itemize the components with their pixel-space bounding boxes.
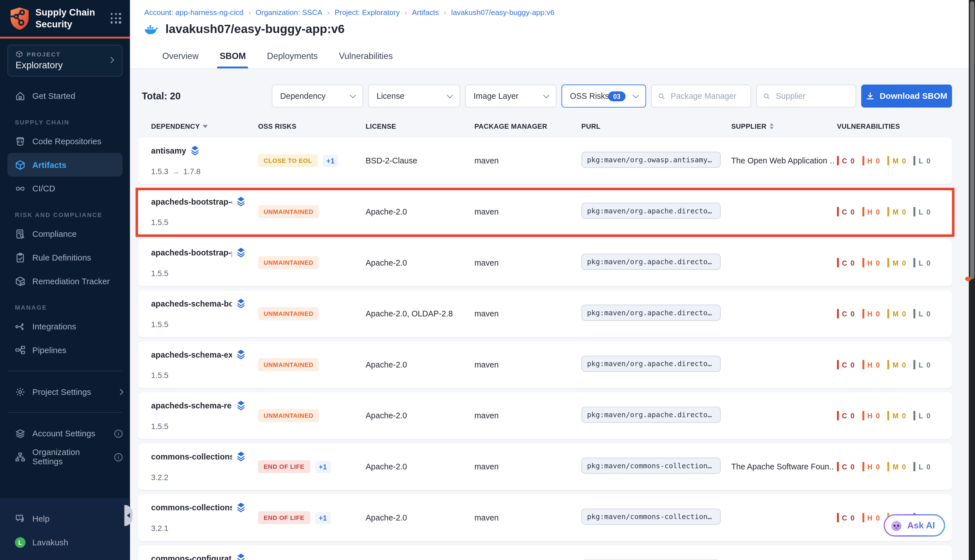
download-sbom-button[interactable]: Download SBOM (861, 85, 952, 108)
purl-box[interactable]: pkg:maven/commons-collections/co… (582, 457, 721, 473)
license-value: Apache-2.0 (365, 462, 468, 472)
breadcrumb-project[interactable]: Project: Exploratory (335, 8, 400, 17)
section-risk-and-compliance: RISK AND COMPLIANCE (0, 200, 130, 222)
column-supplier[interactable]: SUPPLIER (731, 122, 837, 130)
purl-box[interactable]: pkg:maven/org.apache.directory.s… (582, 407, 721, 423)
info-icon[interactable] (114, 453, 123, 461)
module-grid-icon[interactable] (111, 13, 121, 23)
critical-count: C0 (837, 513, 855, 522)
info-icon[interactable] (114, 429, 123, 438)
oss-risks-filter-dropdown[interactable]: OSS Risks03 (561, 85, 646, 108)
tab-vulnerabilities[interactable]: Vulnerabilities (330, 51, 402, 68)
sidebar-item-label: Code Repositories (32, 137, 102, 146)
column-package-manager: PACKAGE MANAGER (475, 122, 582, 130)
sidebar-item-compliance[interactable]: Compliance (0, 222, 130, 245)
supplier-search[interactable] (756, 85, 856, 108)
collapse-arrow-icon (127, 513, 130, 518)
low-count: L0 (914, 462, 931, 472)
critical-count: C0 (837, 207, 855, 217)
table-row[interactable]: apacheds-bootstrap-p...1.5.5 UNMAINTAINE… (138, 239, 952, 286)
ask-ai-button[interactable]: Ask AI (883, 514, 945, 537)
sidebar-item-organization-settings[interactable]: Organization Settings (0, 445, 130, 469)
table-row[interactable]: commons-collections3.2.2 END OF LIFE+1 A… (138, 443, 952, 490)
project-label-row: PROJECT (15, 50, 116, 58)
page-title: lavakush07/easy-buggy-app:v6 (165, 22, 345, 36)
layers-icon (236, 197, 246, 206)
sidebar-item-rule-definitions[interactable]: Rule Definitions (0, 245, 130, 269)
chevron-down-icon (350, 92, 356, 98)
oss-risk-badge: UNMAINTAINED (258, 307, 319, 320)
sidebar: Supply Chain Security PROJECT Explorator… (0, 0, 130, 560)
supplier-input[interactable] (775, 91, 849, 101)
package-manager-search[interactable] (651, 85, 751, 108)
tab-deployments[interactable]: Deployments (258, 51, 327, 68)
critical-count: C0 (837, 309, 855, 318)
breadcrumb: Account: app-harness-ng-cicd Organizatio… (130, 0, 969, 17)
high-count: H0 (862, 156, 880, 165)
project-selector[interactable]: PROJECT Exploratory (7, 45, 123, 77)
package-manager-value: maven (475, 309, 577, 318)
chevron-right-icon (117, 389, 123, 395)
sidebar-item-account-settings[interactable]: Account Settings (0, 422, 130, 445)
layers-icon (15, 428, 25, 438)
sidebar-item-integrations[interactable]: Integrations (0, 315, 130, 338)
dependency-filter-dropdown[interactable]: Dependency (272, 85, 363, 108)
tab-sbom[interactable]: SBOM (211, 51, 255, 68)
dependency-version: 1.5.5 (151, 218, 258, 227)
table-row[interactable]: apacheds-bootstrap-e...1.5.5 UNMAINTAINE… (138, 188, 952, 235)
sidebar-item-get-started[interactable]: Get Started (0, 84, 130, 108)
section-manage: MANAGE (0, 293, 130, 315)
table-row[interactable]: apacheds-schema-boo...1.5.5 UNMAINTAINED… (138, 290, 952, 337)
purl-box[interactable]: pkg:maven/commons-collections/co… (582, 508, 721, 525)
medium-count: M0 (887, 309, 906, 318)
sidebar-item-code-repositories[interactable]: Code Repositories (0, 129, 130, 153)
breadcrumb-artifact-name[interactable]: lavakush07/easy-buggy-app:v6 (451, 8, 554, 17)
high-count: H0 (862, 462, 880, 472)
risk-more-chip[interactable]: +1 (323, 154, 338, 167)
low-count: L0 (914, 360, 931, 369)
vulnerability-counts: C0 H0 M0 L0 (837, 207, 952, 217)
risk-more-chip[interactable]: +1 (315, 460, 330, 473)
license-filter-dropdown[interactable]: License (368, 85, 460, 108)
package-manager-input[interactable] (670, 91, 744, 101)
sidebar-item-artifacts[interactable]: Artifacts (7, 153, 123, 177)
tab-overview[interactable]: Overview (153, 51, 207, 68)
purl-box[interactable]: pkg:maven/org.apache.directory.s… (582, 304, 721, 320)
risk-more-chip[interactable]: +1 (315, 512, 330, 524)
project-name: Exploratory (15, 60, 116, 70)
medium-count: M0 (887, 360, 906, 369)
license-value: Apache-2.0 (365, 258, 468, 267)
table-row[interactable]: commons-configuration UNMAINTAINED http:… (138, 545, 952, 560)
sidebar-item-pipelines[interactable]: Pipelines (0, 338, 130, 362)
sidebar-item-user[interactable]: L Lavakush (0, 530, 130, 554)
table-row[interactable]: commons-collections3.2.1 END OF LIFE+1 A… (138, 494, 952, 541)
scrollbar-thumb[interactable] (970, 1, 974, 279)
vulnerability-counts: C0 H0 M0 L0 (837, 258, 952, 267)
purl-box[interactable]: pkg:maven/org.owasp.antisamy/ant… (582, 151, 721, 167)
table-row[interactable]: apacheds-schema-extr...1.5.5 UNMAINTAINE… (138, 341, 952, 388)
user-name: Lavakush (32, 537, 68, 547)
table-row[interactable]: antisamy1.5.31.7.8 CLOSE TO EOL+1 BSD-2-… (138, 137, 952, 184)
app-root: Supply Chain Security PROJECT Explorator… (0, 0, 975, 560)
image-layer-filter-dropdown[interactable]: Image Layer (465, 85, 557, 108)
column-dependency[interactable]: DEPENDENCY (138, 122, 258, 130)
purl-box[interactable]: pkg:maven/org.apache.directory.s… (582, 253, 721, 270)
sidebar-item-help[interactable]: ? Help (0, 507, 130, 530)
breadcrumb-organization[interactable]: Organization: SSCA (256, 8, 323, 17)
oss-risks-count-badge: 03 (608, 91, 625, 101)
table-row[interactable]: apacheds-schema-regi...1.5.5 UNMAINTAINE… (138, 392, 952, 439)
column-label: DEPENDENCY (151, 122, 200, 130)
dependency-version: 1.5.5 (151, 371, 258, 380)
breadcrumb-account[interactable]: Account: app-harness-ng-cicd (144, 8, 243, 17)
chevron-down-icon (447, 92, 453, 98)
sidebar-item-cicd[interactable]: CI/CD (0, 177, 130, 200)
purl-box[interactable]: pkg:maven/org.apache.directory.s… (582, 355, 721, 372)
integrations-icon (15, 321, 25, 332)
breadcrumb-artifacts[interactable]: Artifacts (412, 8, 439, 17)
sidebar-item-project-settings[interactable]: Project Settings (0, 380, 130, 403)
medium-count: M0 (887, 411, 906, 420)
package-manager-value: maven (475, 207, 577, 217)
page-header: Account: app-harness-ng-cicd Organizatio… (130, 0, 969, 69)
purl-box[interactable]: pkg:maven/org.apache.directory.s… (582, 202, 721, 218)
sidebar-item-remediation-tracker[interactable]: Remediation Tracker (0, 269, 130, 293)
